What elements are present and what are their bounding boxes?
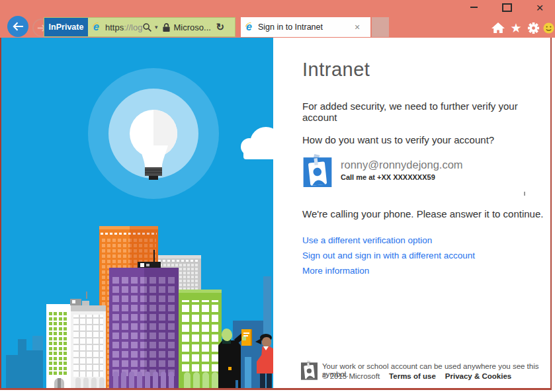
home-button[interactable] (491, 20, 505, 35)
verify-question: How do you want us to verify your accoun… (302, 134, 494, 145)
settings-button[interactable] (526, 20, 540, 35)
gear-icon (527, 22, 540, 34)
smiley-icon (543, 22, 554, 34)
star-icon: ★ (510, 22, 521, 34)
home-icon (491, 22, 505, 34)
sign-in-content: Intranet For added security, we need to … (273, 38, 550, 388)
ui-artifact-tick (524, 192, 525, 196)
maximize-button[interactable] (496, 0, 517, 15)
link-privacy-cookies[interactable]: Privacy & Cookies (445, 372, 511, 380)
browser-window: × InPrivate e https://login.m ▾ Microso.… (0, 0, 555, 392)
link-terms-of-use[interactable]: Terms of use (389, 372, 436, 380)
back-button[interactable] (7, 16, 28, 37)
work-account-badge-icon-gray (301, 360, 318, 380)
revolving-door (54, 378, 64, 388)
lock-icon[interactable] (162, 22, 171, 32)
maximize-icon (502, 3, 512, 12)
url-text[interactable]: https://login.m (105, 22, 142, 32)
feedback-button[interactable] (541, 20, 555, 35)
page-title: Intranet (302, 59, 370, 81)
footer-row: © 2015 Microsoft Terms of use Privacy & … (322, 372, 511, 380)
desktop-gutter-right (552, 38, 555, 392)
building-purple-arches (113, 372, 174, 388)
woman-head (262, 337, 271, 347)
security-note: For added security, we need to further v… (302, 100, 550, 123)
building-green-arches (184, 372, 218, 388)
minimize-button[interactable] (463, 0, 484, 15)
illustration-man-with-tablet (217, 329, 254, 388)
work-account-badge-icon (303, 154, 332, 187)
address-dropdown-icon[interactable]: ▾ (155, 24, 158, 30)
link-sign-out[interactable]: Sign out and sign in with a different ac… (302, 251, 475, 260)
search-icon[interactable] (142, 22, 152, 32)
close-icon: × (536, 1, 543, 14)
tab-favicon-ie-icon: e (245, 22, 256, 33)
account-email[interactable]: ronny@ronnydejong.com (341, 159, 463, 171)
building-white-green-windows (46, 304, 71, 388)
lightbulb-icon (128, 109, 179, 182)
refresh-icon[interactable]: ↻ (216, 21, 225, 33)
skyline-silhouette (26, 350, 43, 388)
back-arrow-icon (13, 22, 24, 31)
status-text: We're calling your phone. Please answer … (302, 208, 543, 219)
new-tab-button[interactable] (372, 17, 389, 37)
antenna (86, 292, 87, 299)
building-white-arches (75, 377, 105, 388)
close-window-button[interactable]: × (528, 0, 552, 15)
window-border-bottom (0, 388, 552, 390)
verification-method[interactable]: Call me at +XX XXXXXXX59 (341, 173, 435, 181)
tab-sign-in-to-intranet[interactable]: e Sign in to Intranet × (241, 17, 370, 37)
link-different-verification[interactable]: Use a different verification option (302, 235, 432, 245)
antenna (153, 250, 155, 262)
building-purple (109, 268, 179, 388)
illustration-woman (255, 334, 273, 388)
favorites-button[interactable]: ★ (509, 20, 523, 35)
copyright: © 2015 Microsoft (322, 372, 380, 380)
window-border-right (550, 38, 552, 390)
cloud-icon (243, 147, 273, 159)
site-favicon-ie-icon: e (92, 22, 103, 33)
minimize-icon (470, 7, 478, 8)
inprivate-badge: InPrivate (44, 18, 88, 36)
skyline-silhouette (6, 355, 18, 388)
certificate-name[interactable]: Microso... (174, 22, 215, 32)
address-bar[interactable]: InPrivate e https://login.m ▾ Microso...… (44, 17, 235, 37)
window-border-left (0, 38, 1, 390)
tab-title: Sign in to Intranet (258, 22, 351, 32)
illustration-panel (1, 38, 273, 388)
building-white-gray (71, 305, 106, 388)
skyline-silhouette (18, 339, 26, 388)
rooftop-box (70, 299, 81, 305)
rooftop-box (82, 301, 89, 305)
tab-close-icon[interactable]: × (352, 22, 363, 32)
link-more-information[interactable]: More information (302, 266, 369, 276)
